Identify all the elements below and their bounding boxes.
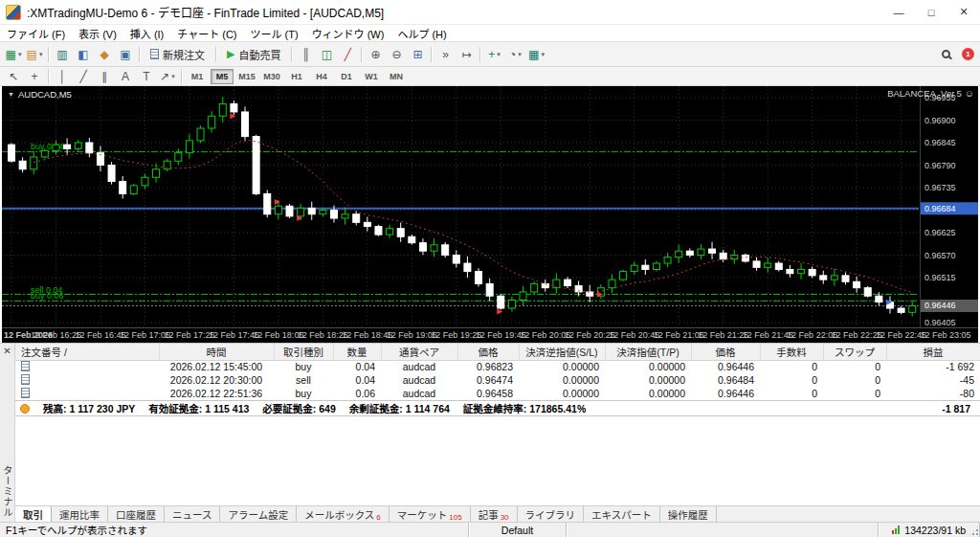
one-click-trading-toggle[interactable]: ▼ — [8, 91, 14, 98]
vertical-line-icon: │ — [58, 70, 66, 83]
terminal-tab[interactable]: 取引 — [15, 506, 52, 522]
terminal-tab[interactable]: ライブラリ — [518, 506, 585, 522]
col-price[interactable]: 価格 — [457, 344, 519, 360]
search-button[interactable] — [936, 45, 955, 64]
templates-button[interactable]: ▦▾ — [526, 45, 546, 64]
terminal-tab[interactable]: 運用比率 — [52, 506, 108, 522]
terminal-tab[interactable]: マーケット105 — [390, 506, 471, 522]
col-time[interactable]: 時間 — [159, 344, 274, 360]
chart-canvas[interactable]: 12 Feb 202612 Feb 16:2512 Feb 16:4512 Fe… — [2, 86, 978, 343]
text-button[interactable]: A — [116, 67, 135, 86]
auto-trading-button[interactable]: ▶自動売買 — [220, 45, 287, 64]
auto-scroll-button[interactable]: » — [435, 45, 455, 64]
notification-badge[interactable]: 1 — [962, 48, 974, 60]
col-stop-loss[interactable]: 決済逆指値(S/L) — [519, 344, 605, 360]
ea-status-icon[interactable]: ☺ — [965, 88, 974, 99]
orders-table: 注文番号 / 時間 取引種別 数量 通貨ペア 価格 決済逆指値(S/L) 決済指… — [15, 344, 980, 400]
crosshair-button[interactable]: + — [25, 67, 44, 86]
maximize-button[interactable]: □ — [915, 0, 947, 24]
new-order-button[interactable]: 新規注文 — [144, 45, 212, 64]
bar-chart-button[interactable]: ║ — [296, 45, 315, 64]
minimize-button[interactable]: — — [882, 0, 915, 24]
close-button[interactable]: ✕ — [947, 0, 980, 24]
orders-header-row[interactable]: 注文番号 / 時間 取引種別 数量 通貨ペア 価格 決済逆指値(S/L) 決済指… — [15, 344, 980, 360]
trendline-button[interactable]: ╱ — [74, 67, 93, 86]
chevron-down-icon: ▾ — [39, 51, 43, 58]
cursor-button[interactable]: ↖ — [4, 67, 23, 86]
indicators-icon: + — [488, 48, 495, 61]
col-order-number[interactable]: 注文番号 / — [15, 344, 159, 360]
arrows-button[interactable]: ↗▾ — [158, 67, 177, 86]
menu-tools[interactable]: ツール (T) — [244, 25, 305, 41]
ea-name-text: BALANCEA_Ver.5 — [887, 88, 962, 99]
menu-file[interactable]: ファイル (F) — [0, 25, 72, 41]
status-empty-segment — [567, 523, 879, 537]
chart-area[interactable]: 12 Feb 202612 Feb 16:2512 Feb 16:4512 Fe… — [2, 86, 978, 343]
profiles-button[interactable]: ▤▾ — [25, 45, 44, 64]
terminal-tab[interactable]: メールボックス6 — [297, 506, 390, 522]
status-profile[interactable]: Default — [469, 523, 567, 537]
menu-insert[interactable]: 挿入 (I) — [123, 25, 170, 41]
new-chart-button[interactable]: ▦▾ — [4, 45, 23, 64]
navigator-icon: ◆ — [100, 48, 108, 61]
periods-button[interactable]: ◔▾ — [505, 45, 524, 64]
timeframe-m5-button[interactable]: M5 — [211, 69, 234, 84]
menu-view[interactable]: 表示 (V) — [72, 25, 123, 41]
svg-text:12 Feb 18:45: 12 Feb 18:45 — [342, 330, 392, 340]
col-commission[interactable]: 手数料 — [760, 344, 823, 360]
col-take-profit[interactable]: 決済指値(T/P) — [605, 344, 691, 360]
menu-chart[interactable]: チャート (C) — [170, 25, 243, 41]
timeframe-h1-button[interactable]: H1 — [285, 69, 308, 84]
cursor-icon: ↖ — [9, 70, 18, 83]
menu-bar: ファイル (F) 表示 (V) 挿入 (I) チャート (C) ツール (T) … — [0, 25, 980, 42]
chart-shift-button[interactable]: ↦ — [457, 45, 476, 64]
terminal-tab[interactable]: 操作履歴 — [660, 506, 717, 522]
timeframe-mn-button[interactable]: MN — [385, 69, 408, 84]
col-profit[interactable]: 損益 — [886, 344, 980, 360]
zoom-out-button[interactable]: ⊖ — [387, 45, 406, 64]
line-chart-button[interactable]: ╱ — [338, 45, 357, 64]
terminal-tab[interactable]: 記事30 — [471, 506, 518, 522]
svg-text:12 Feb 22:45: 12 Feb 22:45 — [876, 330, 926, 340]
data-window-button[interactable]: ◧ — [74, 45, 93, 64]
terminal-tab[interactable]: エキスパート — [584, 506, 660, 522]
svg-text:buy 0.06: buy 0.06 — [31, 291, 64, 301]
timeframe-d1-button[interactable]: D1 — [335, 69, 358, 84]
candlestick-button[interactable]: ◫ — [317, 45, 336, 64]
col-swap[interactable]: スワップ — [823, 344, 886, 360]
arrows-icon: ↗ — [160, 70, 169, 83]
terminal-tab[interactable]: アラーム設定 — [220, 506, 297, 522]
menu-help[interactable]: ヘルプ (H) — [390, 25, 453, 41]
svg-text:0.96625: 0.96625 — [924, 228, 956, 237]
terminal-button[interactable]: ▣ — [116, 45, 135, 64]
toolbar-separator — [431, 47, 432, 62]
timeframe-m30-button[interactable]: M30 — [260, 69, 283, 84]
terminal-close-button[interactable]: ✕ — [3, 347, 11, 356]
order-row[interactable]: 2026.02.12 22:51:36buy0.06audcad0.964580… — [15, 387, 980, 400]
text-icon: A — [122, 70, 129, 83]
order-row[interactable]: 2026.02.12 20:30:00sell0.04audcad0.96474… — [15, 373, 980, 387]
text-label-button[interactable]: T — [137, 67, 156, 86]
zoom-in-button[interactable]: ⊕ — [366, 45, 385, 64]
terminal-tab[interactable]: 口座履歴 — [108, 506, 165, 522]
timeframe-w1-button[interactable]: W1 — [360, 69, 383, 84]
timeframe-h4-button[interactable]: H4 — [310, 69, 333, 84]
col-type[interactable]: 取引種別 — [274, 344, 333, 360]
channel-button[interactable]: ∥ — [95, 67, 114, 86]
zoom-out-icon: ⊖ — [391, 48, 401, 61]
market-watch-button[interactable]: ▥ — [53, 45, 72, 64]
order-row[interactable]: 2026.02.12 15:45:00buy0.04audcad0.968230… — [15, 360, 980, 373]
col-volume[interactable]: 数量 — [333, 344, 381, 360]
terminal-tab[interactable]: ニュース — [165, 506, 220, 522]
tile-windows-button[interactable]: ⊞ — [408, 45, 427, 64]
indicators-button[interactable]: +▾ — [484, 45, 503, 64]
order-icon — [21, 374, 30, 385]
timeframe-m15-button[interactable]: M15 — [235, 69, 258, 84]
navigator-button[interactable]: ◆ — [95, 45, 114, 64]
menu-window[interactable]: ウィンドウ (W) — [305, 25, 391, 41]
svg-text:0.96515: 0.96515 — [924, 273, 956, 282]
col-symbol[interactable]: 通貨ペア — [381, 344, 457, 360]
timeframe-m1-button[interactable]: M1 — [186, 69, 209, 84]
vertical-line-button[interactable]: │ — [53, 67, 72, 86]
col-price2[interactable]: 価格 — [691, 344, 760, 360]
